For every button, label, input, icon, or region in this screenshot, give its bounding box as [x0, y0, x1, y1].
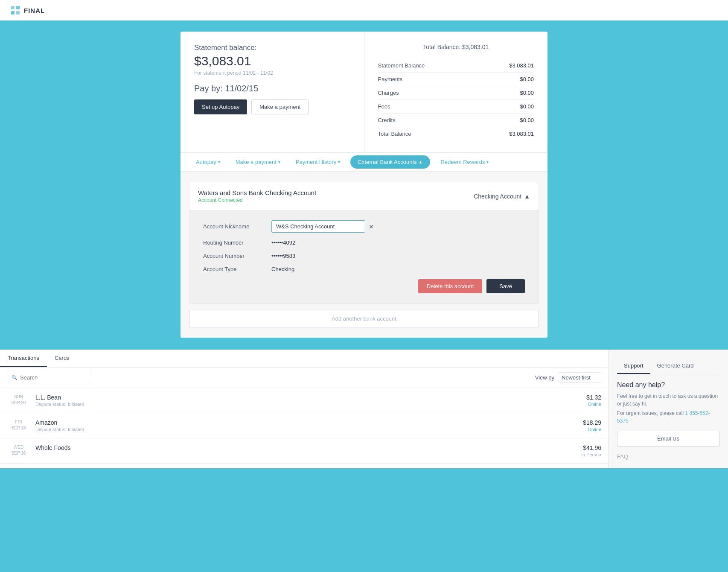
search-input[interactable] [20, 374, 87, 381]
balance-row: Payments$0.00 [378, 73, 534, 86]
txn-right: $18.29 Online [583, 419, 601, 432]
balance-left: Statement balance: $3,083.01 For stateme… [181, 32, 364, 152]
tab-external-bank-accounts[interactable]: External Bank Accounts ▲ [350, 155, 430, 169]
setup-autopay-button[interactable]: Set up Autopay [194, 99, 247, 114]
transaction-toolbar: 🔍 View by Newest first [0, 368, 608, 388]
chevron-down-icon: ▾ [486, 160, 489, 164]
bank-card-header: Waters and Sons Bank Checking Account Ac… [189, 182, 539, 210]
transaction-item[interactable]: SUN SEP 20 L.L. Bean Dispute status: Ini… [0, 388, 608, 413]
tab-generate-card[interactable]: Generate Card [650, 358, 701, 374]
save-button[interactable]: Save [486, 279, 525, 293]
tab-autopay[interactable]: Autopay ▾ [189, 153, 227, 171]
bank-type[interactable]: Checking Account ▲ [474, 193, 530, 200]
transaction-list: SUN SEP 20 L.L. Bean Dispute status: Ini… [0, 388, 608, 464]
chevron-up-icon: ▲ [419, 160, 423, 164]
statement-period: For statement period 11/02 - 11/02 [194, 70, 350, 76]
balance-right: Total Balance: $3,083.01 Statement Balan… [364, 32, 548, 152]
txn-merchant: L.L. Bean [35, 394, 586, 401]
total-balance-title: Total Balance: $3,083.01 [378, 44, 534, 50]
txn-amount: $1.32 [586, 394, 601, 401]
bank-action-row: Delete this account Save [203, 279, 525, 293]
tab-redeem-rewards[interactable]: Redeem Rewards ▾ [434, 153, 495, 171]
txn-right: $1.32 Online [586, 394, 601, 407]
app-title: FINAL [24, 7, 45, 14]
account-type-value: Checking [271, 266, 294, 272]
nickname-label: Account Nickname [203, 223, 271, 230]
bank-details: Account Nickname ✕ Routing Number ••••••… [189, 210, 539, 304]
tab-transactions[interactable]: Transactions [0, 350, 47, 367]
txn-merchant: Amazon [35, 419, 583, 426]
bank-info: Waters and Sons Bank Checking Account Ac… [198, 189, 316, 203]
chevron-down-icon: ▾ [218, 160, 220, 164]
bank-title: Waters and Sons Bank Checking Account [198, 189, 316, 196]
txn-info: Whole Foods [35, 444, 581, 451]
bank-card: Waters and Sons Bank Checking Account Ac… [189, 182, 539, 304]
tab-make-payment[interactable]: Make a payment ▾ [229, 153, 287, 171]
txn-channel: In Person [581, 452, 601, 457]
tab-support[interactable]: Support [617, 358, 650, 374]
account-number-value: ••••••9583 [271, 253, 295, 259]
main-card: Statement balance: $3,083.01 For stateme… [181, 32, 547, 338]
email-us-button[interactable]: Email Us [617, 431, 719, 447]
txn-status: Dispute status: Initiated [35, 402, 586, 407]
transaction-item[interactable]: FRI SEP 18 Amazon Dispute status: Initia… [0, 413, 608, 438]
account-type-label: Account Type [203, 266, 271, 272]
svg-rect-2 [11, 11, 15, 15]
viewby-wrap: View by Newest first [535, 372, 601, 383]
pay-by: Pay by: 11/02/15 [194, 84, 350, 93]
account-type-row: Account Type Checking [203, 266, 525, 272]
chevron-up-icon: ▲ [524, 193, 530, 200]
txn-info: Amazon Dispute status: Initiated [35, 419, 583, 432]
txn-date: SUN SEP 20 [7, 394, 30, 406]
header: FINAL [0, 0, 728, 20]
txn-channel: Online [583, 427, 601, 432]
bank-section: Waters and Sons Bank Checking Account Ac… [181, 172, 547, 338]
tab-cards[interactable]: Cards [47, 350, 77, 367]
search-wrap: 🔍 [7, 372, 92, 383]
account-number-row: Account Number ••••••9583 [203, 253, 525, 259]
txn-right: $41.96 In Person [581, 444, 601, 457]
txn-merchant: Whole Foods [35, 444, 581, 451]
balance-row: Credits$0.00 [378, 114, 534, 127]
support-panel: Support Generate Card Need any help? Fee… [609, 350, 728, 468]
txn-date: FRI SEP 18 [7, 419, 30, 431]
routing-label: Routing Number [203, 239, 271, 246]
make-payment-button[interactable]: Make a payment [251, 99, 309, 114]
clear-icon[interactable]: ✕ [369, 223, 374, 230]
chevron-down-icon: ▾ [278, 160, 280, 164]
txn-amount: $41.96 [581, 444, 601, 451]
balance-section: Statement balance: $3,083.01 For stateme… [181, 32, 547, 153]
chevron-down-icon: ▾ [338, 160, 340, 164]
balance-row: Charges$0.00 [378, 86, 534, 100]
panel-tabs: Transactions Cards [0, 350, 608, 368]
routing-value: ••••••4092 [271, 239, 295, 246]
support-title: Need any help? [617, 381, 719, 389]
add-bank-account-button[interactable]: Add another bank account [189, 310, 539, 327]
nav-tabs: Autopay ▾ Make a payment ▾ Payment Histo… [181, 153, 547, 172]
txn-amount: $18.29 [583, 419, 601, 426]
balance-row: Total Balance$3,083.01 [378, 127, 534, 140]
transaction-item[interactable]: WED SEP 16 Whole Foods $41.96 In Person [0, 438, 608, 464]
sort-select[interactable]: Newest first [558, 372, 601, 383]
support-text: Feel free to get in touch to ask us a qu… [617, 392, 719, 408]
nickname-row: Account Nickname ✕ [203, 220, 525, 233]
balance-rows: Statement Balance$3,083.01Payments$0.00C… [378, 59, 534, 140]
tab-payment-history[interactable]: Payment History ▾ [289, 153, 347, 171]
routing-row: Routing Number ••••••4092 [203, 239, 525, 246]
balance-row: Fees$0.00 [378, 100, 534, 114]
statement-amount: $3,083.01 [194, 54, 350, 68]
bank-status: Account Connected [198, 197, 316, 203]
txn-channel: Online [586, 402, 601, 407]
search-icon: 🔍 [12, 375, 17, 380]
account-number-label: Account Number [203, 253, 271, 259]
delete-account-button[interactable]: Delete this account [418, 279, 483, 293]
txn-date: WED SEP 16 [7, 444, 30, 456]
transactions-panel: Transactions Cards 🔍 View by Newest firs… [0, 350, 609, 468]
faq-link[interactable]: FAQ [617, 453, 719, 460]
txn-info: L.L. Bean Dispute status: Initiated [35, 394, 586, 407]
nickname-input[interactable] [271, 220, 365, 233]
support-phone-text: For urgent issues, please call 1 855-552… [617, 409, 719, 425]
svg-rect-0 [11, 6, 15, 9]
balance-row: Statement Balance$3,083.01 [378, 59, 534, 73]
viewby-label: View by [535, 374, 554, 381]
